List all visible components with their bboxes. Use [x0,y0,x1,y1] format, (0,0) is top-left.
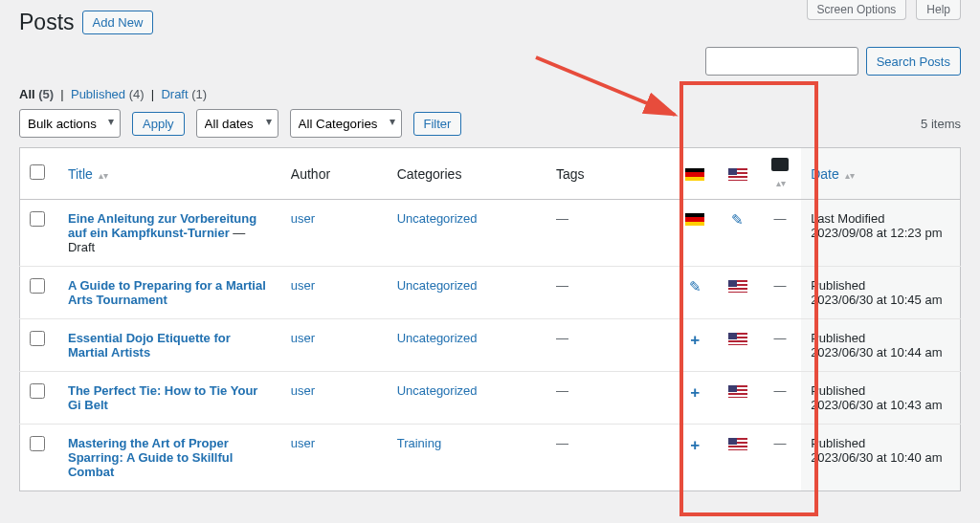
author-link[interactable]: user [291,436,315,450]
us-flag-icon [728,280,747,293]
author-link[interactable]: user [291,211,315,226]
screen-options-button[interactable]: Screen Options [807,0,907,20]
category-link[interactable]: Training [397,436,441,450]
select-all-checkbox[interactable] [30,164,45,180]
row-checkbox[interactable] [30,331,45,346]
post-title-link[interactable]: Essential Dojo Etiquette for Martial Art… [68,331,231,360]
page-title: Posts [19,10,75,35]
tags-value: — [556,278,568,293]
plus-icon[interactable]: + [690,331,700,349]
date-status: Published [811,331,865,345]
date-value: 2023/06/30 at 10:44 am [811,345,942,360]
us-flag-icon [728,385,747,398]
category-link[interactable]: Uncategorized [397,331,478,345]
comments-value: — [773,331,786,345]
bulk-actions-select[interactable]: Bulk actions [19,109,121,138]
pencil-icon[interactable]: ✎ [731,211,744,228]
comments-value: — [773,211,786,226]
comments-value: — [773,278,786,293]
comments-value: — [773,383,786,398]
search-input[interactable] [705,47,858,76]
row-checkbox[interactable] [30,211,45,227]
plus-icon[interactable]: + [690,436,700,454]
date-status: Published [811,278,865,293]
us-flag-icon [728,333,747,345]
date-status: Published [811,383,865,398]
column-english [716,148,758,200]
category-link[interactable]: Uncategorized [397,383,478,398]
plus-icon[interactable]: + [690,383,700,402]
date-value: 2023/06/30 at 10:43 am [811,398,942,412]
tags-value: — [556,331,568,345]
author-link[interactable]: user [291,278,315,293]
items-count: 5 items [921,117,961,131]
column-tags: Tags [546,148,674,200]
add-new-button[interactable]: Add New [82,11,154,34]
post-title-link[interactable]: A Guide to Preparing for a Martial Arts … [68,278,266,307]
posts-table: Title ▴▾ Author Categories Tags ▴▾ Date … [19,147,961,491]
filter-published[interactable]: Published (4) [71,87,145,101]
filter-button[interactable]: Filter [413,112,462,136]
table-row: Essential Dojo Etiquette for Martial Art… [20,319,961,372]
date-filter-select[interactable]: All dates [196,109,278,138]
row-checkbox[interactable] [30,436,45,451]
table-row: The Perfect Tie: How to Tie Your Gi Belt… [20,372,961,425]
tags-value: — [556,436,568,450]
help-button[interactable]: Help [916,0,961,20]
filter-all[interactable]: All (5) [19,87,54,101]
column-categories: Categories [388,148,546,200]
german-flag-icon [685,168,704,181]
column-german [674,148,716,200]
date-status: Published [811,436,865,450]
filter-draft[interactable]: Draft (1) [161,87,207,101]
post-title-link[interactable]: Mastering the Art of Proper Sparring: A … [68,436,233,479]
search-posts-button[interactable]: Search Posts [866,47,961,76]
post-title-link[interactable]: Eine Anleitung zur Vorbereitung auf ein … [68,211,256,240]
tags-value: — [556,211,568,226]
post-status-filter: All (5) | Published (4) | Draft (1) [19,87,961,101]
comment-icon [771,158,789,171]
comments-value: — [773,436,786,450]
author-link[interactable]: user [291,383,315,398]
pencil-icon[interactable]: ✎ [689,278,702,294]
table-row: Mastering the Art of Proper Sparring: A … [20,425,961,491]
us-flag-icon [728,168,747,181]
german-flag-icon [685,213,704,226]
column-comments[interactable]: ▴▾ [759,148,801,200]
row-checkbox[interactable] [30,278,45,294]
apply-button[interactable]: Apply [132,112,185,136]
column-author: Author [281,148,388,200]
tags-value: — [556,383,568,398]
date-status: Last Modified [811,211,884,226]
category-link[interactable]: Uncategorized [397,211,478,226]
row-checkbox[interactable] [30,383,45,399]
table-row: A Guide to Preparing for a Martial Arts … [20,267,961,319]
category-filter-select[interactable]: All Categories [290,109,402,138]
author-link[interactable]: user [291,331,315,345]
table-row: Eine Anleitung zur Vorbereitung auf ein … [20,200,961,267]
post-title-link[interactable]: The Perfect Tie: How to Tie Your Gi Belt [68,383,257,412]
date-value: 2023/06/30 at 10:45 am [811,293,942,307]
date-value: 2023/06/30 at 10:40 am [811,450,942,465]
us-flag-icon [728,438,747,450]
column-date[interactable]: Date ▴▾ [801,148,960,200]
column-title[interactable]: Title ▴▾ [58,148,281,200]
category-link[interactable]: Uncategorized [397,278,478,293]
date-value: 2023/09/08 at 12:23 pm [811,226,942,240]
